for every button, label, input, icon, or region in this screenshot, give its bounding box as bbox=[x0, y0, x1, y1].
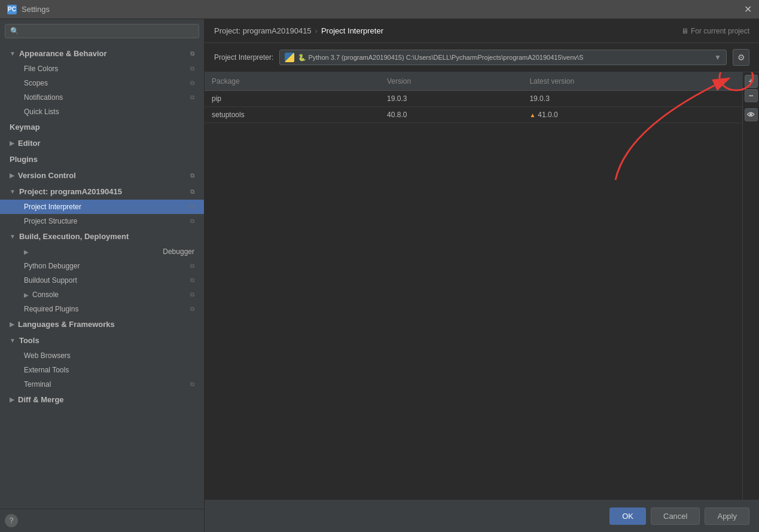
copy-icon: ⧉ bbox=[190, 94, 194, 101]
table-row[interactable]: pip 19.0.3 19.0.3 bbox=[205, 91, 742, 107]
copy-icon: ⧉ bbox=[190, 188, 194, 195]
sidebar-item-project-interpreter[interactable]: Project Interpreter ⧉ bbox=[0, 200, 204, 214]
collapse-icon: ▶ bbox=[10, 396, 14, 403]
sidebar-item-console[interactable]: ▶ Console ⧉ bbox=[0, 288, 204, 302]
copy-icon: ⧉ bbox=[190, 65, 194, 72]
sidebar-item-buildout-support[interactable]: Buildout Support ⧉ bbox=[0, 273, 204, 288]
package-version: 19.0.3 bbox=[380, 91, 522, 107]
main-layout: 🔍 ▼ Appearance & Behavior ⧉ File Colors … bbox=[0, 19, 759, 532]
copy-icon: ⧉ bbox=[190, 80, 194, 87]
show-details-button[interactable]: 👁 bbox=[745, 108, 758, 121]
sidebar-item-keymap[interactable]: Keymap bbox=[0, 119, 204, 135]
window-title: Settings bbox=[22, 5, 50, 14]
side-actions: + − 👁 bbox=[742, 72, 759, 500]
copy-icon: ⧉ bbox=[190, 262, 194, 270]
sidebar-item-diff-merge[interactable]: ▶ Diff & Merge bbox=[0, 392, 204, 408]
collapse-icon: ▼ bbox=[10, 337, 16, 344]
package-latest-version: 19.0.3 bbox=[522, 91, 742, 107]
copy-icon: ⧉ bbox=[190, 277, 194, 284]
copy-icon: ⧉ bbox=[190, 50, 194, 57]
sidebar-item-scopes[interactable]: Scopes ⧉ bbox=[0, 76, 204, 90]
sidebar-item-project[interactable]: ▼ Project: programA20190415 ⧉ bbox=[0, 184, 204, 200]
breadcrumb-project: Project: programA20190415 bbox=[214, 26, 312, 35]
sidebar-item-file-colors[interactable]: File Colors ⧉ bbox=[0, 62, 204, 76]
help-button[interactable]: ? bbox=[5, 514, 18, 527]
copy-icon: ⧉ bbox=[190, 305, 194, 313]
title-bar: PC Settings ✕ bbox=[0, 0, 759, 19]
sidebar-item-tools[interactable]: ▼ Tools bbox=[0, 332, 204, 348]
package-name: setuptools bbox=[205, 107, 380, 123]
interpreter-settings-button[interactable]: ⚙ bbox=[733, 49, 749, 66]
collapse-icon: ▶ bbox=[10, 172, 14, 179]
interpreter-label: Project Interpreter: bbox=[214, 53, 273, 62]
for-current-project: 🖥 For current project bbox=[681, 27, 749, 35]
search-icon: 🔍 bbox=[10, 27, 19, 35]
sidebar-item-version-control[interactable]: ▶ Version Control ⧉ bbox=[0, 167, 204, 184]
sidebar-item-web-browsers[interactable]: Web Browsers bbox=[0, 348, 204, 363]
sidebar-item-build[interactable]: ▼ Build, Execution, Deployment bbox=[0, 228, 204, 244]
remove-package-button[interactable]: − bbox=[745, 89, 758, 102]
search-box[interactable]: 🔍 bbox=[5, 24, 199, 38]
sidebar-item-quick-lists[interactable]: Quick Lists bbox=[0, 105, 204, 119]
interpreter-bar: Project Interpreter: 🐍 Python 3.7 (progr… bbox=[205, 43, 759, 72]
python-icon bbox=[285, 53, 294, 62]
project-icon: 🖥 bbox=[681, 27, 688, 35]
col-latest-version: Latest version bbox=[522, 72, 742, 91]
interpreter-select[interactable]: 🐍 Python 3.7 (programA20190415) C:\Users… bbox=[279, 50, 727, 65]
app-icon: PC bbox=[7, 5, 17, 14]
collapse-icon: ▶ bbox=[24, 249, 29, 255]
copy-icon: ⧉ bbox=[190, 218, 194, 225]
collapse-icon: ▼ bbox=[10, 233, 16, 240]
add-package-button[interactable]: + bbox=[745, 75, 758, 88]
sidebar-item-project-structure[interactable]: Project Structure ⧉ bbox=[0, 214, 204, 228]
nav-tree: ▼ Appearance & Behavior ⧉ File Colors ⧉ … bbox=[0, 43, 204, 509]
update-icon: ▲ bbox=[529, 112, 535, 118]
content-area: Project: programA20190415 › Project Inte… bbox=[205, 19, 759, 532]
sidebar-item-python-debugger[interactable]: Python Debugger ⧉ bbox=[0, 259, 204, 273]
close-button[interactable]: ✕ bbox=[744, 5, 752, 14]
package-version: 40.8.0 bbox=[380, 107, 522, 123]
breadcrumb: Project: programA20190415 › Project Inte… bbox=[214, 26, 383, 35]
package-name: pip bbox=[205, 91, 380, 107]
collapse-icon: ▼ bbox=[10, 188, 16, 195]
collapse-icon: ▶ bbox=[24, 292, 29, 298]
sidebar-item-appearance[interactable]: ▼ Appearance & Behavior ⧉ bbox=[0, 45, 204, 62]
copy-icon: ⧉ bbox=[190, 203, 194, 210]
collapse-icon: ▶ bbox=[10, 140, 14, 146]
sidebar-item-debugger[interactable]: ▶ Debugger bbox=[0, 244, 204, 259]
sidebar-item-plugins[interactable]: Plugins bbox=[0, 151, 204, 167]
table-row[interactable]: setuptools 40.8.0 ▲ 41.0.0 bbox=[205, 107, 742, 123]
search-input[interactable] bbox=[23, 27, 194, 35]
copy-icon: ⧉ bbox=[190, 291, 194, 298]
breadcrumb-current: Project Interpreter bbox=[321, 26, 383, 35]
ok-button[interactable]: OK bbox=[609, 507, 646, 525]
collapse-icon: ▶ bbox=[10, 321, 14, 328]
packages-area: Package Version Latest version pip 19.0.… bbox=[205, 72, 759, 500]
cancel-button[interactable]: Cancel bbox=[651, 507, 700, 525]
sidebar-item-notifications[interactable]: Notifications ⧉ bbox=[0, 90, 204, 105]
sidebar-bottom: ? bbox=[0, 509, 204, 532]
copy-icon: ⧉ bbox=[190, 381, 194, 388]
sidebar-item-required-plugins[interactable]: Required Plugins ⧉ bbox=[0, 302, 204, 316]
sidebar-item-external-tools[interactable]: External Tools bbox=[0, 363, 204, 377]
sidebar: 🔍 ▼ Appearance & Behavior ⧉ File Colors … bbox=[0, 19, 205, 532]
table-container: Package Version Latest version pip 19.0.… bbox=[205, 72, 742, 500]
collapse-icon: ▼ bbox=[10, 50, 16, 57]
sidebar-item-languages[interactable]: ▶ Languages & Frameworks bbox=[0, 316, 204, 332]
sidebar-item-terminal[interactable]: Terminal ⧉ bbox=[0, 377, 204, 392]
content-header: Project: programA20190415 › Project Inte… bbox=[205, 19, 759, 43]
interpreter-select-text: 🐍 Python 3.7 (programA20190415) C:\Users… bbox=[285, 53, 583, 62]
title-bar-left: PC Settings bbox=[7, 5, 50, 14]
sidebar-item-editor[interactable]: ▶ Editor bbox=[0, 135, 204, 151]
apply-button[interactable]: Apply bbox=[705, 507, 749, 525]
packages-table: Package Version Latest version pip 19.0.… bbox=[205, 72, 742, 123]
breadcrumb-separator: › bbox=[315, 26, 318, 35]
package-latest-version: ▲ 41.0.0 bbox=[522, 107, 742, 123]
copy-icon: ⧉ bbox=[190, 172, 194, 179]
col-package: Package bbox=[205, 72, 380, 91]
col-version: Version bbox=[380, 72, 522, 91]
dropdown-arrow-icon: ▼ bbox=[714, 53, 721, 62]
dialog-footer: OK Cancel Apply bbox=[205, 500, 759, 532]
